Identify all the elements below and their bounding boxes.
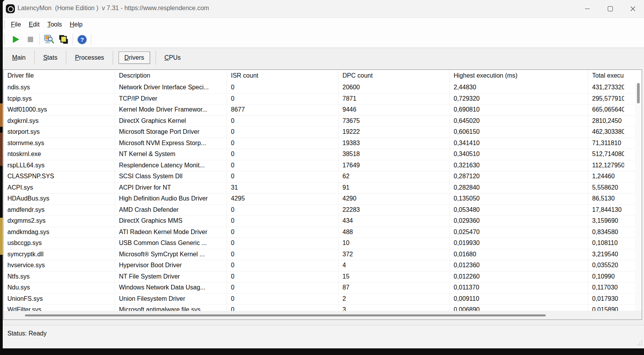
cell-isr-count: 0 — [227, 171, 338, 182]
cell-description: Microsoft NVM Express Storp... — [115, 138, 227, 149]
table-row[interactable]: Ntfs.sysNT File System Driver0150,012260… — [4, 272, 642, 283]
minimize-icon — [585, 9, 590, 9]
status-bar: Status: Ready — [3, 325, 644, 348]
vertical-scrollbar-thumb[interactable] — [637, 83, 640, 103]
window-title: LatencyMon (Home Edition ) v 7.31 - http… — [18, 5, 209, 12]
resize-grip-icon[interactable] — [637, 340, 642, 345]
monitor-magnifier-icon — [43, 34, 54, 45]
cell-isr-count: 0 — [227, 127, 338, 138]
table-row[interactable]: amdfendr.sysAMD Crash Defender0222830,05… — [4, 205, 642, 216]
maximize-button[interactable] — [599, 0, 621, 18]
report-windows-button[interactable] — [56, 33, 71, 46]
horizontal-scrollbar-thumb[interactable] — [25, 314, 546, 316]
table-row[interactable]: UnionFS.sysUnion Filesystem Driver020,00… — [4, 294, 642, 305]
tab-processes[interactable]: Processes — [69, 52, 110, 64]
menu-item-file[interactable]: File — [8, 21, 24, 28]
cell-total-execution: 3,159690 — [588, 216, 642, 227]
column-header-dpc-count[interactable]: DPC count — [338, 70, 449, 82]
cell-highest-execution: 0,341410 — [449, 138, 588, 149]
cell-description: DirectX Graphics Kernel — [115, 116, 227, 127]
tab-separator — [156, 51, 156, 65]
title-bar: LatencyMon (Home Edition ) v 7.31 - http… — [3, 0, 644, 18]
table-row[interactable]: stornvme.sysMicrosoft NVM Express Storp.… — [4, 138, 642, 149]
vertical-scrollbar[interactable] — [635, 82, 642, 311]
desktop-edge-fragment — [0, 218, 3, 255]
cell-total-execution: 0,117030 — [588, 282, 642, 293]
table-row[interactable]: Ndu.sysWindows Network Data Usag...0870,… — [4, 282, 642, 294]
cell-highest-execution: 0,729320 — [449, 94, 588, 105]
cell-description: Microsoft Storage Port Driver — [115, 127, 227, 138]
cell-isr-count: 0 — [227, 272, 338, 282]
tab-main[interactable]: Main — [7, 52, 31, 64]
menu-grip[interactable] — [4, 21, 5, 28]
tab-drivers[interactable]: Drivers — [119, 51, 150, 64]
table-row[interactable]: amdkmdag.sysATI Radeon Kernel Mode Drive… — [4, 227, 642, 238]
table-row[interactable]: dxgkrnl.sysDirectX Graphics Kernel073675… — [4, 116, 642, 127]
stop-icon — [28, 37, 33, 42]
cell-description: Union Filesystem Driver — [115, 294, 227, 305]
minimize-button[interactable] — [576, 0, 599, 18]
table-row[interactable]: WdFilter.sysMicrosoft antimalware file s… — [4, 305, 642, 311]
tab-separator — [66, 51, 66, 65]
toolbar-grip[interactable] — [4, 34, 5, 44]
menu-item-edit[interactable]: Edit — [26, 21, 43, 28]
cell-driver-file: UnionFS.sys — [4, 294, 115, 305]
table-row[interactable]: ACPI.sysACPI Driver for NT31910,2828405,… — [4, 183, 642, 194]
table-row[interactable]: usbccgp.sysUSB Common Class Generic ...0… — [4, 238, 642, 249]
horizontal-scrollbar[interactable] — [4, 311, 642, 320]
cell-isr-count: 0 — [227, 305, 338, 311]
table-row[interactable]: storport.sysMicrosoft Storage Port Drive… — [4, 127, 642, 138]
cell-highest-execution: 0,029360 — [449, 216, 588, 227]
table-row[interactable]: ntoskrnl.exeNT Kernel & System0385180,34… — [4, 149, 642, 160]
table-row[interactable]: symcryptk.dllMicrosoft® SymCrypt Kernel … — [4, 249, 642, 261]
menu-item-tools[interactable]: Tools — [44, 21, 64, 28]
column-header-driver-file[interactable]: Driver file — [4, 70, 115, 82]
cell-highest-execution: 0,321630 — [449, 160, 588, 171]
table-row[interactable]: hvservice.sysHypervisor Boot Driver040,0… — [4, 260, 642, 272]
table-row[interactable]: dxgmms2.sysDirectX Graphics MMS04340,029… — [4, 216, 642, 227]
cell-total-execution: 5,558620 — [588, 183, 642, 193]
table-row[interactable]: CLASSPNP.SYSSCSI Class System Dll0620,28… — [4, 171, 642, 183]
cell-driver-file: Wdf01000.sys — [4, 105, 115, 115]
cell-driver-file: ACPI.sys — [4, 183, 115, 193]
column-header-highest-execution[interactable]: Highest execution (ms) — [449, 70, 588, 82]
menu-item-help[interactable]: Help — [67, 21, 85, 28]
cell-driver-file: stornvme.sys — [4, 138, 115, 149]
cell-highest-execution: 0,011370 — [449, 282, 588, 293]
table-row[interactable]: tcpip.sysTCP/IP Driver078710,729320295,5… — [4, 94, 642, 105]
tab-separator — [113, 51, 113, 65]
tab-separator — [34, 51, 35, 65]
cell-dpc-count: 7871 — [338, 94, 449, 105]
tab-stats[interactable]: Stats — [38, 52, 63, 64]
desktop-edge-fragment — [0, 103, 3, 127]
help-button[interactable]: ? — [75, 33, 89, 46]
table-row[interactable]: Wdf01000.sysKernel Mode Driver Framewor.… — [4, 105, 642, 116]
cell-description: SCSI Class System Dll — [115, 171, 227, 182]
help-question-icon: ? — [77, 34, 87, 45]
close-icon — [630, 6, 635, 11]
stop-monitor-button[interactable] — [23, 33, 38, 46]
column-header-total-execution[interactable]: Total execution (ms) — [588, 70, 642, 82]
table-row[interactable]: ndis.sysNetwork Driver Interface Speci..… — [4, 82, 642, 94]
cell-dpc-count: 2 — [338, 294, 449, 305]
column-header-isr-count[interactable]: ISR count — [227, 70, 338, 82]
cell-driver-file: rspLLL64.sys — [4, 160, 115, 171]
cell-dpc-count: 9446 — [338, 105, 449, 115]
analyze-button[interactable] — [41, 33, 56, 46]
start-monitor-button[interactable] — [8, 33, 23, 46]
cell-total-execution: 17,844130 — [588, 205, 642, 216]
cell-isr-count: 31 — [227, 183, 338, 193]
cell-dpc-count: 20600 — [338, 82, 449, 93]
cell-highest-execution: 0,135050 — [449, 193, 588, 204]
cell-dpc-count: 91 — [338, 183, 449, 193]
cell-total-execution: 512,714080 — [588, 149, 642, 160]
cell-dpc-count: 17649 — [338, 160, 449, 171]
cell-driver-file: CLASSPNP.SYS — [4, 171, 115, 182]
table-row[interactable]: rspLLL64.sysResplendence Latency Monit..… — [4, 160, 642, 172]
column-header-description[interactable]: Description — [115, 70, 227, 82]
tab-cpus[interactable]: CPUs — [159, 52, 186, 64]
close-button[interactable] — [621, 0, 644, 18]
cell-isr-count: 0 — [227, 138, 338, 149]
table-row[interactable]: HDAudBus.sysHigh Definition Audio Bus Dr… — [4, 193, 642, 205]
cell-total-execution: 0,834580 — [588, 227, 642, 238]
